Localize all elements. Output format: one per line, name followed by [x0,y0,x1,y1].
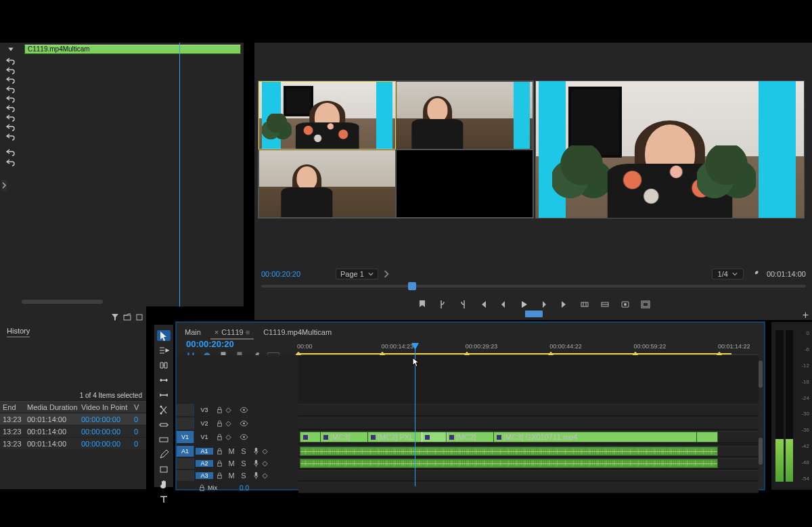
tool-track-select[interactable] [157,345,171,356]
clip-segment[interactable]: [MC3] [321,432,368,442]
tool-pen[interactable] [157,449,171,460]
new-item-icon[interactable] [135,313,143,321]
track-label[interactable]: V3 [196,407,213,413]
clip-segment[interactable] [300,432,321,442]
tool-slip[interactable] [157,419,171,430]
solo-button[interactable]: S [238,446,250,457]
keyframe-icon[interactable] [262,473,271,479]
video-track-header[interactable]: V3 [177,404,298,416]
tool-razor[interactable] [157,405,171,415]
source-patch[interactable]: A1 [177,446,194,457]
history-undo-step[interactable] [0,132,22,141]
solo-button[interactable]: S [238,458,250,469]
lock-icon[interactable] [213,404,225,416]
audio-clip[interactable] [300,446,718,456]
source-patch[interactable] [177,458,194,469]
lock-icon[interactable] [196,482,208,493]
goto-in-icon[interactable] [478,299,489,310]
keyframe-icon[interactable] [262,461,271,467]
tool-slide[interactable] [157,434,171,445]
source-patch[interactable] [177,417,194,430]
timeline-timecode[interactable]: 00:00:20:20 [186,339,234,349]
eye-icon[interactable] [238,404,250,416]
timeline-tab[interactable]: ×C1119 ≡ [213,328,251,336]
program-output[interactable] [535,81,805,219]
timeline-tab[interactable]: Main [183,328,202,336]
monitor-scrub-bar[interactable] [261,281,806,293]
project-row[interactable]: 13:2300:01:14:0000:00:00:000 [0,438,146,450]
tool-rolling[interactable] [157,375,171,386]
history-undo-step[interactable] [0,85,22,94]
source-patch[interactable] [177,404,194,416]
history-expand-icon[interactable] [1,180,7,191]
voiceover-icon[interactable] [250,446,262,457]
lock-icon[interactable] [213,446,225,457]
sync-lock-icon[interactable] [225,407,238,413]
sync-lock-icon[interactable] [225,421,238,427]
page-next-icon[interactable] [382,270,390,278]
project-row[interactable]: 13:2300:01:14:0000:00:00:000 [0,426,146,438]
tool-hand[interactable] [157,479,171,490]
in-icon[interactable] [437,299,448,310]
history-scrollbar[interactable] [22,300,103,304]
col-end[interactable]: End [0,403,27,411]
voiceover-icon[interactable] [250,458,262,469]
col-duration[interactable]: Media Duration [27,403,81,411]
col-video-in[interactable]: Video In Point [81,403,134,411]
history-caret-icon[interactable] [0,45,22,54]
clip-segment[interactable]: [MC2] PXL [368,432,422,442]
multicam-cam1[interactable] [258,81,396,150]
mix-value[interactable]: 0.0 [231,484,258,492]
track-label[interactable]: V2 [196,420,213,427]
safe-margins-icon[interactable] [640,299,651,310]
multicam-cam2[interactable] [396,81,533,150]
step-back-icon[interactable] [498,299,509,310]
col-v[interactable]: V [134,403,143,411]
settings-wrench-icon[interactable] [750,269,760,279]
tool-rect[interactable] [157,464,171,475]
video-track-lane[interactable] [298,417,759,430]
marker-icon[interactable] [417,299,428,310]
timeline-tab[interactable]: C1119.mp4Multicam [262,328,333,336]
track-label[interactable]: V1 [196,434,213,440]
work-area-bar[interactable] [298,353,731,354]
track-target[interactable]: A3 [196,472,213,479]
multicam-cam3[interactable] [258,150,396,218]
eye-icon[interactable] [238,417,250,430]
tool-selection[interactable] [157,330,171,341]
clip-segment[interactable]: [MC3] GX010711.mp4 [494,432,697,442]
eye-icon[interactable] [238,431,250,443]
monitor-page-selector[interactable]: Page 1 [336,269,378,279]
clip-segment[interactable] [422,432,447,442]
project-search-tools[interactable] [111,313,143,321]
solo-button[interactable]: S [238,470,250,481]
history-undo-step[interactable] [0,113,22,122]
keyframe-icon[interactable] [262,449,271,455]
tool-ripple[interactable] [157,360,171,371]
project-tab-history[interactable]: History [7,327,30,335]
source-patch[interactable] [177,470,194,481]
monitor-add-button-icon[interactable]: + [803,309,809,321]
history-undo-step[interactable] [0,75,22,85]
timeline-scroll-knob-mid[interactable] [759,438,763,465]
audio-clip[interactable] [300,459,718,468]
history-undo-step[interactable] [0,104,22,113]
audio-track-header[interactable]: A2MS [177,458,298,469]
audio-track-header[interactable]: A3MS [177,470,298,481]
history-undo-step[interactable] [0,158,22,167]
timeline-ruler[interactable]: 00:0000:00:14:2300:00:29:2300:00:44:2200… [298,343,759,355]
out-icon[interactable] [457,299,468,310]
lock-icon[interactable] [213,417,225,430]
history-undo-step[interactable] [0,122,22,132]
funnel-icon[interactable] [111,313,119,321]
track-target[interactable]: A2 [196,460,213,467]
source-patch[interactable]: V1 [177,431,194,443]
timeline-scroll-knob-top[interactable] [759,361,763,388]
video-track-header[interactable]: V2 [177,417,298,430]
play-icon[interactable] [518,299,529,310]
multicam-cam4-empty[interactable] [396,150,533,218]
mute-button[interactable]: M [225,446,238,457]
multicam-grid[interactable] [258,81,534,219]
audio-track-lane[interactable] [298,482,759,493]
mute-button[interactable]: M [225,458,238,469]
